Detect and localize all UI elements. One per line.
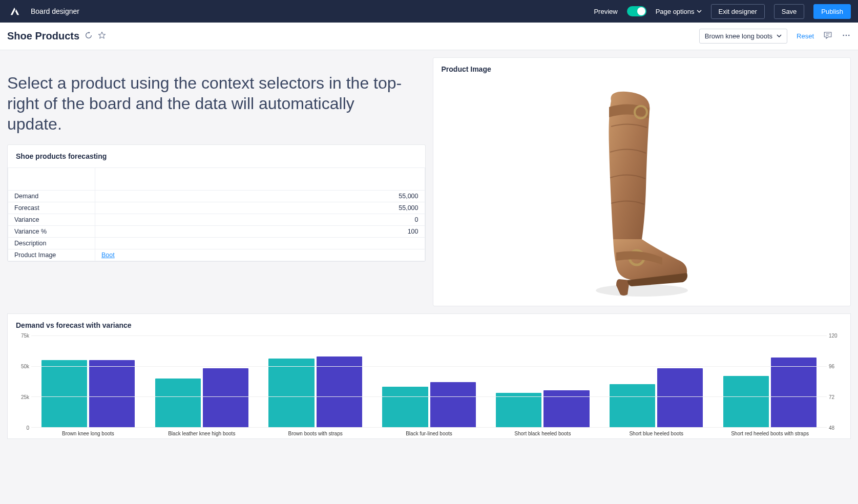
context-selector-value: Brown knee long boots (705, 32, 772, 40)
chart-bar[interactable] (317, 356, 362, 427)
topbar-title: Board designer (31, 7, 79, 15)
y-right-tick: 72 (829, 394, 834, 400)
x-axis-label: Short red heeled boots with straps (713, 428, 827, 436)
chart-bar-group[interactable] (259, 335, 372, 427)
comment-icon[interactable] (823, 31, 832, 41)
page-options-label: Page options (656, 8, 695, 15)
product-image-title: Product Image (433, 58, 851, 80)
chart-plot[interactable] (31, 335, 827, 428)
x-axis-label: Brown knee long boots (31, 428, 145, 436)
more-icon[interactable] (842, 31, 851, 41)
exit-designer-button[interactable]: Exit designer (711, 4, 765, 19)
chart-bar-group[interactable] (713, 335, 827, 427)
product-image-card: Product Image (433, 57, 851, 306)
chart-title: Demand vs forecast with variance (16, 321, 842, 329)
forecast-table: Demand55,000 Forecast55,000 Variance0 Va… (8, 167, 425, 261)
chart-bar-group[interactable] (372, 335, 486, 427)
product-image-link[interactable]: Boot (101, 251, 115, 259)
x-axis-label: Short blue heeled boots (599, 428, 713, 436)
app-logo[interactable] (7, 4, 22, 18)
svg-point-0 (843, 35, 844, 36)
star-icon[interactable] (98, 31, 106, 41)
chart-bar[interactable] (89, 360, 135, 427)
chart-bar[interactable] (382, 387, 428, 427)
y-axis-right: 487296120 (827, 335, 842, 428)
chart-bar-group[interactable] (486, 335, 599, 427)
y-left-tick: 50k (21, 364, 29, 369)
table-row: Description (8, 238, 425, 249)
preview-label: Preview (594, 8, 617, 15)
svg-point-3 (596, 284, 688, 297)
y-left-tick: 25k (21, 394, 29, 400)
intro-text: Select a product using the context selec… (7, 57, 426, 134)
x-axis-label: Black leather knee high boots (145, 428, 259, 436)
y-right-tick: 48 (829, 425, 834, 431)
chart-bar[interactable] (610, 384, 655, 427)
chart-bar[interactable] (268, 359, 314, 427)
chart-bar-group[interactable] (599, 335, 713, 427)
chart-bar[interactable] (496, 393, 541, 427)
table-row: Variance %100 (8, 226, 425, 238)
top-bar: Board designer Preview Page options Exit… (0, 0, 858, 23)
reset-button[interactable]: Reset (797, 32, 814, 40)
chevron-down-icon (777, 32, 782, 40)
save-button[interactable]: Save (774, 4, 805, 19)
forecast-card: Shoe products forecasting Demand55,000 F… (7, 144, 426, 262)
page-options-dropdown[interactable]: Page options (656, 8, 702, 15)
y-left-tick: 75k (21, 333, 29, 339)
y-right-tick: 120 (829, 333, 838, 339)
forecast-card-title: Shoe products forecasting (8, 145, 425, 167)
y-right-tick: 96 (829, 364, 834, 369)
preview-toggle[interactable] (627, 6, 646, 16)
context-selector[interactable]: Brown knee long boots (699, 29, 787, 44)
page-header: Shoe Products Brown knee long boots Rese… (0, 23, 858, 50)
x-axis-label: Black fur-lined boots (372, 428, 486, 436)
y-axis-left: 025k50k75k (16, 335, 31, 428)
chart-bar[interactable] (657, 368, 703, 427)
table-row: Demand55,000 (8, 191, 425, 202)
svg-point-1 (846, 35, 847, 36)
svg-point-2 (848, 35, 850, 36)
chart-bar[interactable] (155, 379, 201, 427)
chart-card: Demand vs forecast with variance 025k50k… (7, 313, 851, 439)
chart-bar[interactable] (543, 390, 589, 427)
chart-bar[interactable] (203, 368, 248, 427)
page-title: Shoe Products (7, 30, 79, 42)
refresh-icon[interactable] (85, 31, 93, 41)
publish-button[interactable]: Publish (813, 4, 851, 19)
y-left-tick: 0 (26, 425, 29, 431)
chart-bar[interactable] (430, 382, 476, 427)
x-axis-label: Brown boots with straps (259, 428, 372, 436)
chart-bar[interactable] (771, 358, 817, 427)
chevron-down-icon (697, 8, 702, 15)
table-row: Variance0 (8, 214, 425, 226)
chart-bar[interactable] (41, 360, 87, 427)
table-row: Product ImageBoot (8, 249, 425, 261)
table-row: Forecast55,000 (8, 202, 425, 214)
x-axis: Brown knee long bootsBlack leather knee … (31, 428, 827, 436)
x-axis-label: Short black heeled boots (486, 428, 599, 436)
chart-bar-group[interactable] (31, 335, 145, 427)
product-image (580, 86, 703, 301)
left-column: Select a product using the context selec… (7, 57, 426, 306)
chart-bar[interactable] (723, 376, 769, 427)
chart-bar-group[interactable] (145, 335, 259, 427)
